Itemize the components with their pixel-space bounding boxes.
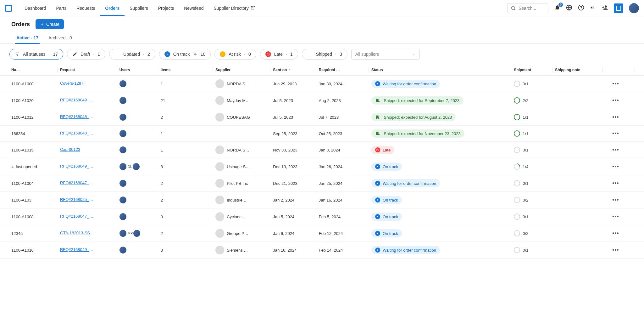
col-request[interactable]: Request	[58, 65, 117, 76]
row-more-button[interactable]: •••	[603, 175, 635, 192]
notifications-icon[interactable]: 9	[554, 4, 560, 12]
table-row[interactable]: 166354 RFQ#2168040_RF_2510 1 Sep 25, 202…	[0, 126, 644, 142]
nav-supplier-directory[interactable]: Supplier Directory	[208, 0, 260, 16]
cursor-icon	[193, 52, 197, 56]
cell-sent: Jun 29, 2023	[270, 76, 316, 92]
filter-draft[interactable]: Draft·1	[67, 49, 105, 60]
cell-required: Feb 12, 2024	[316, 225, 369, 242]
row-more-button[interactable]: •••	[603, 92, 635, 109]
row-more-button[interactable]: •••	[603, 76, 635, 92]
row-more-button[interactable]: •••	[603, 142, 635, 158]
nav-dashboard[interactable]: Dashboard	[19, 0, 51, 16]
cell-shipment: 0/2	[511, 192, 552, 208]
request-link[interactable]: RFQ#2168047_Machin…	[60, 214, 95, 219]
cell-items: 3	[158, 242, 213, 259]
table-row[interactable]: 1100-A1008 RFQ#2168047_Machin… 3 Cyclone…	[0, 208, 644, 225]
col-users[interactable]: Users	[117, 65, 158, 76]
table-row[interactable]: 1100-A103 RFQ#2168025_Machin… 2 Industri…	[0, 192, 644, 208]
progress-ring	[514, 247, 520, 253]
row-more-button[interactable]: •••	[603, 192, 635, 208]
request-link[interactable]: RFQ#2168025_Machin…	[60, 197, 95, 202]
cell-supplier: NORDA STELO I	[213, 142, 270, 158]
nav-requests[interactable]: Requests	[71, 0, 100, 16]
col-items[interactable]: Items	[158, 65, 213, 76]
table-row[interactable]: 1100-A1016 RFQ#2168049_ELEC_1… 3 Siemens…	[0, 242, 644, 259]
table-row[interactable]: 1100-A1012 RFQ#2168048_SM_HA… 2 COUPESAG…	[0, 109, 644, 126]
request-link[interactable]: GTA-182013-SSD (1)	[60, 231, 95, 235]
col-name[interactable]: Na…	[0, 65, 58, 76]
row-more-button[interactable]: •••	[603, 225, 635, 242]
supplier-logo	[215, 212, 224, 221]
request-link[interactable]: RFQ#2168048_SM_HA…	[60, 114, 95, 119]
cell-supplier	[213, 126, 270, 142]
cell-status: Waiting for order confirmation	[369, 76, 511, 92]
filter-updated[interactable]: Updated·2	[109, 49, 155, 60]
search-icon	[511, 6, 516, 12]
col-status[interactable]: Status	[369, 65, 511, 76]
filter-shipped[interactable]: Shipped·3	[302, 49, 347, 60]
col-sent[interactable]: Sent on↑	[270, 65, 316, 76]
nav-parts[interactable]: Parts	[51, 0, 72, 16]
cell-sent: Sep 25, 2023	[270, 126, 316, 142]
supplier-logo	[215, 96, 224, 105]
row-more-button[interactable]: •••	[603, 126, 635, 142]
request-link[interactable]: RFQ#2168047_PAINT_…	[60, 180, 95, 185]
page-title: Orders	[11, 21, 30, 28]
announce-icon[interactable]	[590, 4, 596, 12]
table-row[interactable]: 12345 GTA-182013-SSD (1) MP 2 Groupe Pol…	[0, 225, 644, 242]
global-search[interactable]	[508, 3, 548, 13]
svg-point-5	[581, 9, 581, 9]
col-shipment[interactable]: Shipment	[511, 65, 552, 76]
row-more-button[interactable]: •••	[603, 109, 635, 126]
row-more-button[interactable]: •••	[603, 208, 635, 225]
request-link[interactable]: Covers-1287	[60, 81, 83, 86]
col-required[interactable]: Required …	[316, 65, 369, 76]
nav-orders[interactable]: Orders	[100, 0, 125, 16]
col-supplier[interactable]: Supplier	[213, 65, 270, 76]
supplier-select[interactable]: All suppliers	[351, 49, 420, 60]
nav-suppliers[interactable]: Suppliers	[125, 0, 153, 16]
filter-at-risk[interactable]: At risk·0	[214, 49, 256, 60]
table-row[interactable]: 1100-A1020 RFQ#2168049_RAS-11… 21 Mayday…	[0, 92, 644, 109]
table-row[interactable]: 1100-A1015 Cap-00123 1 NORDA STELO I Nov…	[0, 142, 644, 158]
cell-supplier: Pilot PB Inc	[213, 175, 270, 192]
globe-icon[interactable]	[566, 4, 572, 12]
row-more-button[interactable]: •••	[603, 242, 635, 259]
cell-shipment: 0/1	[511, 208, 552, 225]
request-link[interactable]: RFQ#2168049_RAS-11…	[60, 164, 95, 168]
filter-all-statuses[interactable]: All statuses·17	[9, 49, 63, 60]
app-square-icon[interactable]	[614, 3, 623, 13]
request-link[interactable]: RFQ#2168049_ELEC_1…	[60, 247, 95, 252]
cell-shipment: 2/2	[511, 92, 552, 109]
help-icon[interactable]	[578, 4, 584, 12]
filter-late[interactable]: Late·1	[260, 49, 298, 60]
cell-items: 2	[158, 225, 213, 242]
request-link[interactable]: RFQ#2168040_RF_2510	[60, 131, 95, 135]
table-row[interactable]: 1100-A1004 RFQ#2168047_PAINT_… 2 Pilot P…	[0, 175, 644, 192]
user-avatar[interactable]	[629, 3, 639, 13]
add-user-icon[interactable]	[602, 4, 608, 12]
clock-icon	[265, 51, 271, 57]
filter-on-track[interactable]: On track 10	[159, 49, 211, 60]
nav-projects[interactable]: Projects	[153, 0, 179, 16]
cell-name: 1100-A1004	[0, 175, 58, 192]
chevron-down-icon	[412, 52, 416, 56]
user-avatar	[119, 130, 126, 137]
app-logo[interactable]	[5, 5, 12, 12]
create-button[interactable]: Create	[36, 19, 64, 29]
progress-ring	[514, 130, 520, 137]
request-link[interactable]: RFQ#2168049_RAS-11…	[60, 98, 95, 102]
cell-supplier: COUPESAG	[213, 109, 270, 126]
request-link[interactable]: Cap-00123	[60, 147, 80, 152]
supplier-logo	[215, 179, 224, 188]
col-shipping-note[interactable]: Shipping note	[552, 65, 603, 76]
supplier-logo	[215, 145, 224, 154]
tab-active[interactable]: Active - 17	[11, 32, 43, 43]
cell-sent: Dec 21, 2023	[270, 175, 316, 192]
tab-archived[interactable]: Archived - 0	[43, 32, 77, 43]
nav-newsfeed[interactable]: Newsfeed	[179, 0, 208, 16]
row-more-button[interactable]: •••	[603, 158, 635, 175]
table-row[interactable]: 1100-A1000 Covers-1287 1 NORDA STELO I J…	[0, 76, 644, 92]
table-row[interactable]: A last opened RFQ#2168049_RAS-11… DL 8 U…	[0, 158, 644, 175]
svg-line-1	[514, 9, 515, 10]
